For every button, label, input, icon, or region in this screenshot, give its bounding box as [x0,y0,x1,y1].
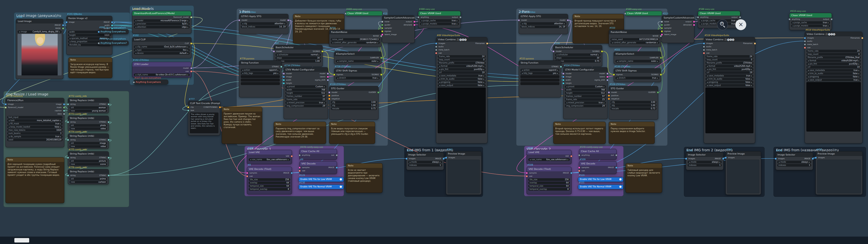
clip-input-port[interactable] [187,106,189,108]
widget-trim_to_audio[interactable]: ◀trim_to_audiofalse▶ [438,78,486,80]
out-output-port[interactable] [336,154,338,156]
widget-denoise[interactable]: denoise0.75 [555,60,600,63]
node-header[interactable]: Clean VRAM Used [698,11,740,15]
combo-right-icon[interactable]: ▶ [557,72,558,74]
model-input-port[interactable] [608,92,610,94]
meta_batch-input-port[interactable] [703,49,705,51]
node-header[interactable]: Preview Image [816,151,862,156]
widget-cfg[interactable]: cfg3.00 [611,101,656,104]
combo-right-icon[interactable]: ▶ [858,73,860,75]
combo-right-icon[interactable]: ▶ [60,120,61,121]
widget-action[interactable]: ◀actionappend▶ [241,69,280,71]
IMAGE-output-port[interactable] [111,21,113,23]
node-video-combine-1[interactable]: #89 VideoHelperSuiteVideo Combine 🎥🅥🅗🅢im… [436,37,488,143]
GUIDER-output-port[interactable] [377,92,379,94]
widget-pix_fmt[interactable]: ◀pix_fmtyuv420p▶ [806,63,861,65]
node-header[interactable]: DownloadAndLoadFlorence2Model [132,11,191,15]
node-preview-image-2[interactable]: #567Preview Imageimages [725,151,761,195]
widget-tidy_tags[interactable]: ◀tidy_tagsyes▶ [241,72,280,75]
node-header[interactable]: Enable VAE Tile for Low VRAM● [578,177,623,182]
images-input-port[interactable] [815,157,817,159]
node-header[interactable]: STG Guider [329,86,378,91]
Filenames-output-port[interactable] [486,42,488,44]
widget-steps[interactable]: steps30 [555,57,600,59]
combo-left-icon[interactable]: ◀ [522,72,523,74]
widget-frame_rate[interactable]: frame_rate24 [438,55,486,58]
widget-frames_number[interactable]: frames_number97 [285,95,327,98]
widget-temporal_overlap[interactable]: temporal_overlap8 [249,188,290,190]
samples-input-port[interactable] [299,167,301,169]
widget-stretch[interactable]: ◀stretchtrue▶ [336,77,380,79]
widget-new[interactable]: newvideo [69,127,107,130]
string-input-port[interactable] [67,103,69,105]
CONDITIONING-output-port[interactable] [219,106,221,108]
node-header[interactable]: KSamplerSelect [614,52,661,56]
vae-input-port[interactable] [246,175,248,177]
meta_batch-input-port[interactable] [804,43,806,45]
combo-left-icon[interactable]: ◀ [701,23,702,25]
STRING-output-port[interactable] [107,103,110,105]
node-header[interactable]: Note [573,14,624,19]
widget-block_indices[interactable]: block_indices14, 19 [241,26,287,28]
widget-img_compression[interactable]: img_compression29 [565,105,606,107]
combo-left-icon[interactable]: ◀ [8,126,10,128]
combo-left-icon[interactable]: ◀ [792,25,794,27]
combo-right-icon[interactable]: ▶ [187,53,189,55]
node-header[interactable]: Note [274,122,326,126]
combo-right-icon[interactable]: ▶ [603,102,605,104]
widget-noise_seed[interactable]: noise_seed847210563998124 [611,38,659,41]
widget-preset[interactable]: ◀presetCustom▶ [285,85,327,88]
combo-right-icon[interactable]: ▶ [657,60,658,62]
combo-left-icon[interactable]: ◀ [439,75,440,77]
widget-device[interactable]: ◀devicedefault▶ [134,52,190,55]
widget-crf[interactable]: crf19 [706,71,753,74]
node-header[interactable]: Note [222,107,262,111]
widget-keep_model_loaded[interactable]: ◀keep_model_loadedfalse▶ [7,126,63,128]
node-header[interactable]: VAE Decode [579,162,616,166]
image-input-port[interactable] [66,21,67,23]
widget-denoise[interactable]: denoise1.00 [275,60,321,63]
node-header[interactable]: String Replace (mtb) [68,98,108,103]
node-header[interactable]: Note [609,122,654,126]
combo-right-icon[interactable]: ▶ [457,23,458,25]
node-header[interactable]: VAE Decode (Tiled) [247,167,292,171]
widget-frames_number[interactable]: frames_number97 [565,95,606,98]
widget-stretch[interactable]: ◀stretchtrue▶ [615,77,659,79]
widget-width[interactable]: width768 [565,89,606,91]
combo-left-icon[interactable]: ◀ [707,68,708,70]
width-input-port[interactable] [562,79,564,81]
output-output-port[interactable] [693,21,695,23]
combo-right-icon[interactable]: ▶ [324,86,325,88]
node-header[interactable]: SamplerCustomAdvanced [662,15,694,20]
widget-height[interactable]: height512 [565,92,606,95]
STRING-output-port[interactable] [280,66,282,68]
node-anything-everywhere-2[interactable]: #999 cg-use-everywhereAnything Everywher… [98,40,129,45]
widget-purge_models[interactable]: ◀purge_modelstrue▶ [791,25,830,27]
widget-indexes[interactable]: indexes1 [408,164,442,167]
text-widget[interactable] [520,82,559,85]
model-output-port[interactable] [327,73,329,75]
sigmas-input-port[interactable] [661,30,663,32]
negative-input-port[interactable] [328,98,330,100]
node-header[interactable]: LTXV Loader [132,62,191,67]
model-output-port[interactable] [287,19,289,21]
node-note-cfg-2[interactable]: NoteПеред сохранением выберите нужное ви… [609,121,655,144]
node-header[interactable]: String Replace (mtb) [68,169,108,174]
guider-input-port[interactable] [381,24,383,26]
zoom-button[interactable]: + [717,19,728,30]
combo-left-icon[interactable]: ◀ [135,49,136,51]
node-header[interactable]: (LTXV) Apply STG [239,14,288,19]
widget-save_metadata[interactable]: ◀save_metadatatrue▶ [706,74,753,77]
widget-mode[interactable]: ◀modealways▶ [408,161,442,164]
widget-crf[interactable]: crf19 [438,71,486,74]
model-input-port[interactable] [553,50,555,53]
node-note-load[interactable]: NoteЗагружаем исходную картинку. В Resiz… [68,57,112,78]
combo-right-icon[interactable]: ▶ [277,69,279,71]
widget-image[interactable]: ◀imageComfyUI_temp_dkqkq_00041_.png▶ [18,30,62,33]
node-string-function-1[interactable]: #778 pysssssString FunctionSTRING◀action… [239,60,282,97]
widget-pingpong[interactable]: ◀pingpongfalse▶ [438,81,486,83]
widget-old[interactable]: oldpicture [69,160,107,163]
combo-right-icon[interactable]: ▶ [858,60,860,62]
combo-right-icon[interactable]: ▶ [377,60,379,62]
node-ltxv-loader[interactable]: #192 LTXVideoLTXV Loadermodelvae◀ckpt_na… [132,62,191,78]
